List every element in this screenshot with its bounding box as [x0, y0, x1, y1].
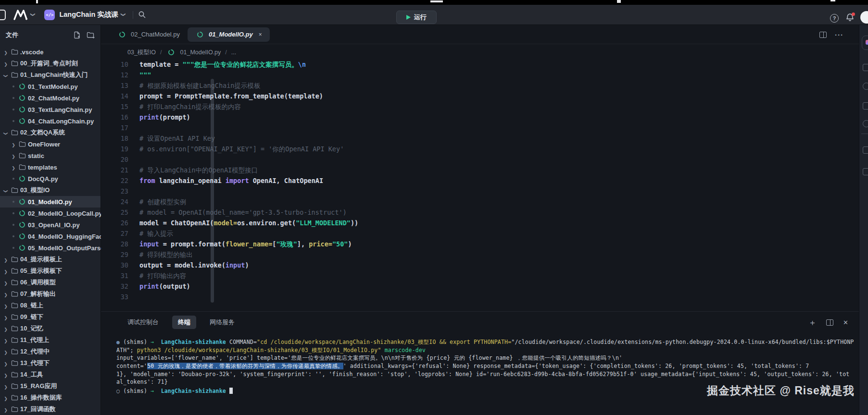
- tree-folder-item[interactable]: ❯04_提示模板上: [0, 254, 101, 265]
- sidebar-toggle-icon[interactable]: [0, 10, 6, 20]
- chevron-icon: ❯: [2, 290, 10, 298]
- folder-icon: [10, 360, 19, 366]
- tree-folder-item[interactable]: ❯16_操作数据库: [0, 392, 101, 403]
- close-icon[interactable]: ×: [259, 31, 262, 38]
- help-icon[interactable]: ?: [830, 14, 839, 23]
- marscode-logo[interactable]: [13, 10, 28, 20]
- tree-item-label: 12_代理中: [20, 347, 50, 356]
- code-line: 22from langchain_openai import OpenAI, C…: [101, 177, 859, 187]
- tree-folder-item[interactable]: ❯11_代理上: [0, 334, 101, 346]
- tree-file-item[interactable]: 02_ModelIO_LoopCall.py: [0, 208, 101, 219]
- plus-icon[interactable]: ＋: [808, 317, 817, 328]
- new-folder-icon[interactable]: [87, 31, 95, 39]
- terminal-line: ● (shims) → LangChain-shizhanke COMMAND=…: [116, 339, 859, 347]
- tab-debug-console[interactable]: 调试控制台: [127, 316, 159, 329]
- tree-file-item[interactable]: DocQA.py: [0, 173, 101, 184]
- tree-item-label: 10_记忆: [20, 324, 43, 333]
- terminal-output[interactable]: ● (shims) → LangChain-shizhanke COMMAND=…: [116, 339, 859, 415]
- code-line: 29# 得到模型的输出: [101, 251, 859, 261]
- tree-folder-item[interactable]: ❯12_代理中: [0, 346, 101, 357]
- tree-file-item[interactable]: 03_TextLangChain.py: [0, 104, 101, 115]
- tree-folder-item[interactable]: ❯14_工具: [0, 369, 101, 380]
- tab-02-chatmodel[interactable]: 02_ChatModel.py: [110, 25, 188, 44]
- chevron-icon: ❯: [2, 128, 10, 137]
- tree-folder-item[interactable]: ❯09_链下: [0, 311, 101, 323]
- folder-icon: [10, 60, 19, 67]
- tree-folder-item[interactable]: ❯08_链上: [0, 300, 101, 311]
- tab-terminal[interactable]: 终端: [172, 316, 196, 329]
- tree-folder-item[interactable]: ❯13_代理下: [0, 357, 101, 369]
- folder-icon: [10, 129, 19, 136]
- new-file-icon[interactable]: [73, 31, 81, 39]
- tree-folder-item[interactable]: ❯OneFlower: [0, 138, 101, 150]
- extension-icon[interactable]: [863, 102, 868, 110]
- python-file-icon: [117, 31, 127, 38]
- chevron-icon: ❯: [10, 151, 17, 160]
- chevron-icon: ❯: [2, 359, 10, 367]
- folder-icon: [10, 291, 19, 297]
- tree-item-label: 02_ModelIO_LoopCall.py: [28, 210, 102, 217]
- folder-icon: [17, 164, 27, 171]
- code-line: 17: [101, 124, 859, 134]
- settings-icon[interactable]: [863, 120, 868, 127]
- chevron-down-icon[interactable]: ❯: [30, 12, 36, 16]
- tree-item-label: 02_ChatModel.py: [28, 95, 79, 102]
- search-icon[interactable]: [138, 11, 146, 19]
- code-editor[interactable]: 10template = """您是一位专业的鲜花店文案撰写员。\n12"""1…: [101, 61, 859, 311]
- code-line: 33: [101, 293, 859, 304]
- tree-folder-item[interactable]: ❯static: [0, 150, 101, 161]
- close-icon[interactable]: ✕: [843, 319, 848, 326]
- folder-icon: [10, 256, 19, 263]
- tree-file-item[interactable]: 01_ModelIO.py: [0, 196, 101, 208]
- tools-icon[interactable]: [863, 168, 868, 175]
- apps-icon[interactable]: [863, 146, 868, 154]
- line-number: 21: [101, 166, 139, 174]
- panel-icon[interactable]: [863, 64, 868, 71]
- python-file-icon: [17, 233, 27, 240]
- split-editor-icon[interactable]: [819, 32, 827, 38]
- tree-folder-item[interactable]: ❯07_解析输出: [0, 288, 101, 300]
- run-button[interactable]: 运行: [396, 11, 437, 24]
- breadcrumb-more[interactable]: ...: [231, 49, 236, 56]
- status-dot-icon: [10, 201, 17, 203]
- tree-item-label: 03_TextLangChain.py: [28, 106, 92, 113]
- tree-folder-item[interactable]: ❯templates: [0, 161, 101, 173]
- avatar[interactable]: [860, 11, 868, 24]
- tab-01-modelio[interactable]: 01_ModelIO.py ×: [188, 27, 270, 42]
- project-title[interactable]: LangChain 实战课: [59, 10, 118, 19]
- tree-file-item[interactable]: 05_ModelIO_OutputParser.py: [0, 242, 101, 254]
- line-number: 22: [101, 177, 139, 184]
- tree-file-item[interactable]: 04_ModelIO_HuggingFace.py: [0, 231, 101, 242]
- status-dot-icon: [10, 178, 17, 180]
- tree-folder-item[interactable]: ❯00_开篇词_奇点时刻: [0, 58, 101, 69]
- tree-folder-item[interactable]: ❯02_文档QA系统: [0, 127, 101, 138]
- breadcrumb-folder[interactable]: 03_模型IO: [127, 49, 156, 57]
- tree-folder-item[interactable]: ❯17_回调函数: [0, 403, 101, 415]
- chevron-down-icon[interactable]: ❯: [121, 12, 126, 16]
- tree-folder-item[interactable]: ❯.vscode: [0, 46, 101, 58]
- tree-folder-item[interactable]: ❯03_模型IO: [0, 184, 101, 196]
- chevron-icon: ❯: [2, 255, 10, 264]
- folder-icon: [10, 371, 19, 378]
- breadcrumb-file[interactable]: 01_ModelIO.py: [180, 49, 221, 56]
- tree-folder-item[interactable]: ❯06_调用模型: [0, 277, 101, 288]
- user-icon[interactable]: [863, 83, 868, 90]
- tree-item-label: DocQA.py: [28, 175, 58, 183]
- tree-item-label: 01_TextModel.py: [28, 83, 78, 90]
- split-panel-icon[interactable]: [826, 319, 833, 326]
- tab-network-service[interactable]: 网络服务: [210, 316, 235, 329]
- tree-folder-item[interactable]: ❯01_LangChain快速入门: [0, 69, 101, 81]
- line-number: 15: [101, 103, 139, 110]
- line-number: 20: [101, 156, 139, 163]
- tree-file-item[interactable]: 03_OpenAI_IO.py: [0, 219, 101, 231]
- tree-folder-item[interactable]: ❯10_记忆: [0, 323, 101, 334]
- tree-file-item[interactable]: 04_ChatLongChain.py: [0, 115, 101, 127]
- tree-folder-item[interactable]: ❯15_RAG应用: [0, 380, 101, 392]
- tree-item-label: OneFlower: [28, 141, 60, 148]
- tree-item-label: templates: [28, 164, 57, 171]
- tree-file-item[interactable]: 01_TextModel.py: [0, 81, 101, 92]
- more-icon[interactable]: ···: [835, 31, 843, 39]
- tree-file-item[interactable]: 02_ChatModel.py: [0, 92, 101, 104]
- tree-folder-item[interactable]: ❯05_提示模板下: [0, 265, 101, 277]
- ai-assistant-icon[interactable]: [862, 36, 868, 50]
